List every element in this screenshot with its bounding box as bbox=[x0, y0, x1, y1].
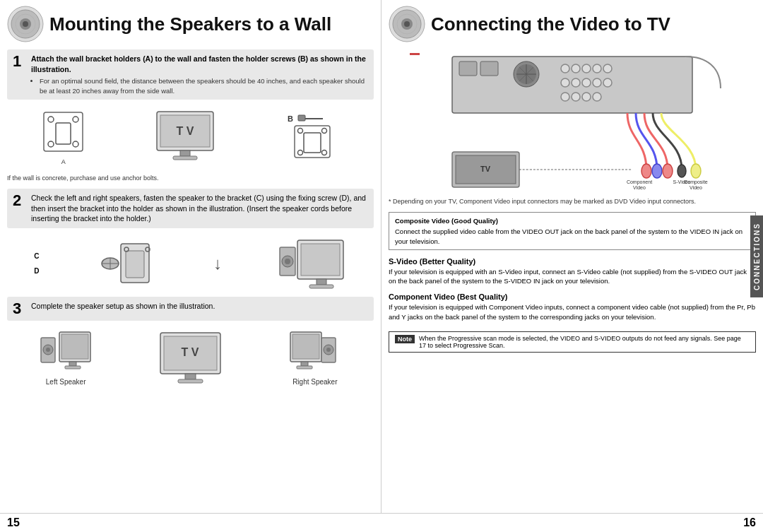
page-numbers: 15 16 bbox=[0, 513, 763, 532]
svg-point-81 bbox=[603, 78, 612, 87]
svg-text:T V: T V bbox=[177, 125, 194, 137]
left-speaker-label: Left Speaker bbox=[46, 378, 86, 386]
page-number-right: 16 bbox=[743, 516, 756, 529]
svg-rect-65 bbox=[480, 61, 498, 76]
svg-point-75 bbox=[593, 64, 601, 73]
svg-point-74 bbox=[582, 64, 591, 73]
video-diagram: TV Component Video S-Video Composite Vid… bbox=[389, 49, 756, 191]
svg-text:TV: TV bbox=[480, 165, 491, 173]
svg-rect-33 bbox=[301, 244, 340, 276]
svg-point-89 bbox=[663, 164, 673, 178]
svg-point-24 bbox=[321, 150, 326, 155]
svg-rect-41 bbox=[69, 362, 76, 366]
svg-point-86 bbox=[641, 164, 651, 178]
svg-point-83 bbox=[572, 93, 580, 101]
step-1-text: Attach the wall bracket holders (A) to t… bbox=[31, 54, 368, 95]
bracket-a-label: A bbox=[61, 158, 66, 165]
step-2-text: Check the left and right speakers, faste… bbox=[31, 193, 368, 224]
component-text: If your television is equipped with Comp… bbox=[389, 302, 756, 321]
svg-rect-15 bbox=[173, 156, 197, 160]
svg-rect-29 bbox=[126, 251, 144, 278]
left-panel: Mounting the Speakers to a Wall 1 Attach… bbox=[0, 0, 382, 513]
component-section: Component Video (Best Quality) If your t… bbox=[389, 292, 756, 321]
step-2-number: 2 bbox=[13, 193, 27, 208]
svg-point-9 bbox=[48, 141, 54, 147]
page-number-left: 15 bbox=[7, 516, 20, 529]
step-1-number: 1 bbox=[13, 54, 27, 69]
step-3-number: 3 bbox=[13, 301, 27, 317]
svg-point-80 bbox=[593, 78, 601, 87]
composite-text: Connect the supplied video cable from th… bbox=[395, 227, 750, 246]
svg-point-91 bbox=[691, 164, 701, 178]
svg-text:Video: Video bbox=[690, 185, 702, 190]
step-3-text: Complete the speaker setup as shown in t… bbox=[31, 301, 215, 312]
cd-labels: C D bbox=[34, 252, 39, 275]
svg-point-36 bbox=[285, 259, 290, 264]
right-speaker-area: Right Speaker bbox=[288, 331, 341, 386]
svg-rect-50 bbox=[178, 379, 203, 383]
step-3-illustrations: Left Speaker T V bbox=[7, 326, 374, 389]
svideo-text: If your television is equipped with an S… bbox=[389, 267, 756, 286]
svg-rect-20 bbox=[304, 133, 321, 153]
svg-text:T V: T V bbox=[182, 346, 199, 358]
tv-center-step3: T V bbox=[157, 329, 224, 386]
bracket-b-area: B bbox=[284, 112, 341, 162]
right-speaker-label: Right Speaker bbox=[292, 378, 337, 386]
svg-rect-52 bbox=[292, 334, 319, 359]
step-2-box: 2 Check the left and right speakers, fas… bbox=[7, 189, 374, 228]
svg-point-84 bbox=[582, 93, 591, 101]
svg-point-78 bbox=[572, 78, 580, 87]
svg-rect-42 bbox=[65, 366, 81, 369]
step-1-box: 1 Attach the wall bracket holders (A) to… bbox=[7, 49, 374, 100]
svg-text:Video: Video bbox=[633, 185, 646, 190]
svg-point-85 bbox=[593, 93, 601, 101]
left-page-title: Mounting the Speakers to a Wall bbox=[49, 14, 331, 35]
speaker-icon-right bbox=[389, 6, 425, 42]
svg-point-73 bbox=[572, 64, 580, 73]
bracket-a-illus: A bbox=[40, 109, 86, 165]
svg-rect-49 bbox=[185, 374, 196, 379]
svg-point-61 bbox=[404, 21, 410, 27]
svg-point-45 bbox=[46, 348, 50, 352]
svg-point-72 bbox=[561, 64, 569, 73]
svg-point-23 bbox=[297, 150, 302, 155]
svg-rect-18 bbox=[298, 115, 305, 121]
connections-tab: CONNECTIONS bbox=[750, 215, 763, 297]
svg-rect-40 bbox=[61, 334, 88, 359]
svg-rect-56 bbox=[301, 362, 308, 366]
svg-point-22 bbox=[321, 128, 326, 133]
svg-rect-57 bbox=[297, 366, 312, 369]
svg-rect-37 bbox=[317, 279, 326, 285]
svg-point-90 bbox=[678, 165, 686, 177]
component-title: Component Video (Best Quality) bbox=[389, 292, 756, 301]
left-header: Mounting the Speakers to a Wall bbox=[7, 6, 374, 42]
svg-point-3 bbox=[23, 21, 28, 27]
svg-rect-14 bbox=[180, 150, 190, 156]
svg-point-79 bbox=[582, 78, 591, 87]
svg-point-76 bbox=[603, 64, 612, 73]
svg-rect-6 bbox=[56, 123, 71, 144]
composite-title: Composite Video (Good Quality) bbox=[395, 216, 750, 225]
right-panel: Connecting the Video to TV bbox=[382, 0, 763, 513]
right-page-title: Connecting the Video to TV bbox=[431, 14, 670, 35]
left-speaker-area: Left Speaker bbox=[40, 331, 93, 386]
speaker-icon-left bbox=[7, 6, 44, 42]
composite-info-box: Composite Video (Good Quality) Connect t… bbox=[389, 212, 756, 250]
step-3-box: 3 Complete the speaker setup as shown in… bbox=[7, 297, 374, 321]
svg-point-77 bbox=[561, 78, 569, 87]
note-label: Note bbox=[395, 335, 415, 343]
svg-rect-87 bbox=[410, 53, 420, 55]
svideo-title: S-Video (Better Quality) bbox=[389, 257, 756, 266]
tv-monitor-step1: T V bbox=[153, 108, 217, 166]
svg-point-82 bbox=[561, 93, 569, 101]
concrete-note: If the wall is concrete, purchase and us… bbox=[7, 175, 374, 182]
bracket-assembly bbox=[96, 237, 160, 290]
svg-point-55 bbox=[326, 348, 331, 352]
svg-text:Component: Component bbox=[627, 179, 652, 185]
svg-point-88 bbox=[652, 164, 662, 178]
svg-rect-64 bbox=[459, 61, 477, 76]
note-box: Note When the Progressive scan mode is s… bbox=[389, 331, 756, 353]
svg-rect-38 bbox=[309, 285, 333, 288]
asterisk-note: * Depending on your TV, Component Video … bbox=[389, 198, 756, 205]
svg-rect-5 bbox=[44, 112, 83, 151]
